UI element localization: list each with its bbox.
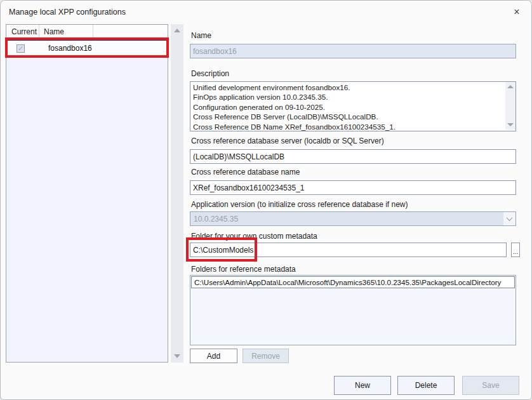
ref-folder-item[interactable]: C:\Users\Admin\AppData\Local\Microsoft\D… — [191, 276, 515, 288]
remove-button: Remove — [243, 349, 289, 363]
config-name-cell: fosandbox16 — [48, 44, 92, 53]
version-combobox: 10.0.2345.35 — [190, 211, 516, 226]
description-label: Description — [191, 69, 229, 78]
scroll-up-icon[interactable] — [507, 85, 514, 88]
configurations-grid: Current Name ✓ fosandbox16 — [6, 24, 168, 363]
grid-header: Current Name — [6, 25, 168, 39]
dialog-manage-xpp-configurations: Manage local XPP configurations × Curren… — [0, 0, 532, 400]
column-header-name[interactable]: Name — [39, 25, 93, 39]
close-icon[interactable]: × — [507, 3, 526, 21]
scroll-down-icon[interactable] — [507, 123, 514, 126]
dbname-label: Cross reference database name — [191, 168, 300, 177]
scroll-up-icon[interactable] — [174, 29, 180, 32]
custom-folder-field[interactable] — [190, 243, 507, 257]
check-icon: ✓ — [18, 45, 23, 52]
server-field[interactable] — [190, 149, 516, 164]
version-label: Application version (to initialize cross… — [191, 200, 408, 209]
description-field[interactable]: Unified development environment fosandbo… — [190, 81, 516, 131]
dbname-field[interactable] — [190, 180, 516, 195]
name-field — [190, 44, 516, 58]
add-button[interactable]: Add — [190, 349, 237, 363]
chevron-down-icon — [503, 212, 515, 225]
version-value: 10.0.2345.35 — [194, 215, 238, 223]
column-header-empty — [93, 25, 168, 39]
ref-folders-label: Folders for reference metadata — [191, 265, 296, 274]
ref-folders-listbox[interactable]: C:\Users\Admin\AppData\Local\Microsoft\D… — [190, 275, 516, 345]
delete-button[interactable]: Delete — [397, 376, 455, 395]
config-row-fosandbox16[interactable]: ✓ fosandbox16 — [6, 39, 168, 57]
browse-button[interactable]: ... — [511, 243, 520, 257]
server-label: Cross reference database server (localdb… — [191, 137, 384, 145]
save-button: Save — [462, 376, 519, 395]
custom-folder-label: Folder for your own custom metadata — [191, 232, 317, 241]
description-scrollbar[interactable] — [505, 82, 515, 130]
title-bar: Manage local XPP configurations × — [1, 1, 531, 23]
column-header-current[interactable]: Current — [6, 25, 39, 39]
new-button[interactable]: New — [334, 376, 391, 395]
vertical-scrollbar[interactable] — [171, 24, 183, 363]
current-checkbox[interactable]: ✓ — [17, 44, 25, 53]
scroll-down-icon[interactable] — [174, 354, 180, 358]
name-label: Name — [191, 31, 211, 40]
window-title: Manage local XPP configurations — [9, 8, 126, 17]
